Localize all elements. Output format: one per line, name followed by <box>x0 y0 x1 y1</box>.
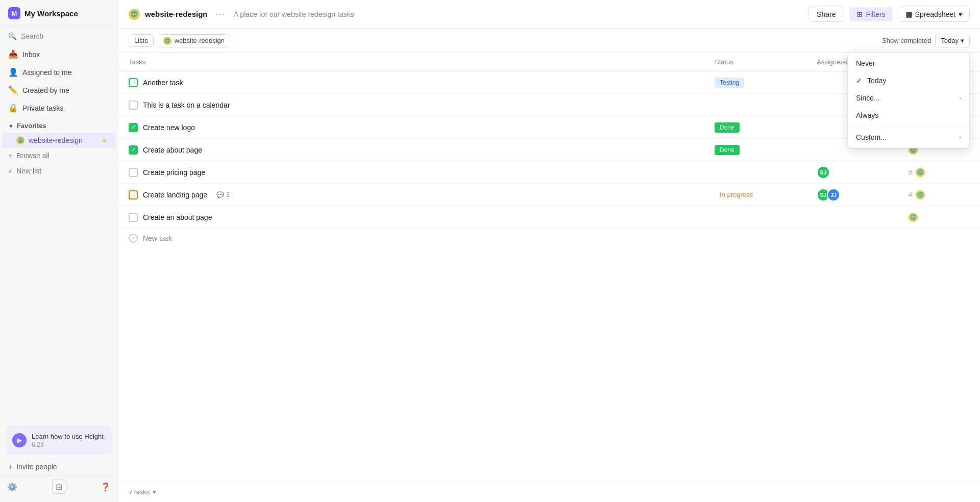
globe-icon-7: 🌐 <box>909 213 918 222</box>
invite-people-button[interactable]: + Invite people <box>0 459 118 475</box>
inbox-label: Inbox <box>22 51 40 59</box>
task-status-6: In progress <box>715 189 817 200</box>
workspace-name: My Workspace <box>24 9 78 18</box>
show-completed-area: Show completed Today ▾ Never ✓ Today <box>882 34 970 47</box>
header-project-icon: 🌐 <box>129 9 140 20</box>
task-checkbox-5[interactable] <box>129 168 138 177</box>
sidebar-item-assigned[interactable]: 👤 Assigned to me <box>0 63 118 81</box>
add-icon[interactable]: ⊞ <box>52 480 66 494</box>
sidebar-bottom: ▶ Learn how to use Height 6:23 + Invite … <box>0 418 118 502</box>
dropdown-item-never[interactable]: Never <box>848 55 969 72</box>
task-checkbox-7[interactable] <box>129 213 138 222</box>
private-label: Private tasks <box>22 104 63 112</box>
filters-button[interactable]: ⊞ Filters <box>849 7 892 21</box>
col-status: Status <box>715 58 817 66</box>
task-list-6: # 🌐 <box>909 190 970 199</box>
dropdown-item-today[interactable]: ✓ Today <box>848 72 969 89</box>
browse-all-label: Browse all <box>16 152 50 160</box>
lists-breadcrumb[interactable]: Lists <box>129 34 154 47</box>
learn-card[interactable]: ▶ Learn how to use Height 6:23 <box>6 426 112 455</box>
created-label: Created by me <box>22 86 69 94</box>
task-checkbox-6[interactable]: → <box>129 190 138 199</box>
invite-label: Invite people <box>16 463 57 471</box>
task-checkbox-3[interactable]: ✓ <box>129 123 138 132</box>
task-name-5: Create pricing page <box>143 168 205 177</box>
chevron-down-icon-today: ▾ <box>961 37 964 44</box>
learn-title: Learn how to use Height <box>32 432 104 441</box>
chevron-down-icon-footer: ▾ <box>153 488 156 496</box>
filters-label: Filters <box>866 10 885 18</box>
workspace-icon: M <box>8 7 20 19</box>
task-checkbox-4[interactable]: ✓ <box>129 145 138 155</box>
sidebar-footer: ⚙️ ⊞ ❓ <box>0 475 118 498</box>
task-checkbox-1[interactable]: → <box>129 78 138 87</box>
search-icon: 🔍 <box>8 32 17 40</box>
learn-text: Learn how to use Height 6:23 <box>32 432 104 448</box>
help-icon[interactable]: ❓ <box>101 482 111 492</box>
header-right: Share ⊞ Filters ▦ Spreadsheet ▾ <box>808 7 970 22</box>
comment-count-6: 3 <box>226 191 230 198</box>
workspace-header[interactable]: M My Workspace <box>0 0 118 27</box>
since-chevron-icon: › <box>959 94 961 102</box>
dropdown-item-always[interactable]: Always <box>848 107 969 124</box>
plus-icon: + <box>8 152 12 160</box>
sidebar-item-inbox[interactable]: 📥 Inbox <box>0 45 118 63</box>
sidebar-item-created[interactable]: ✏️ Created by me <box>0 81 118 99</box>
status-badge-inprogress: In progress <box>715 189 758 200</box>
spreadsheet-icon: ▦ <box>905 10 912 18</box>
task-name-3: Create new logo <box>143 123 195 132</box>
task-name-1: Another task <box>143 79 183 87</box>
project-description: A place for our website redesign tasks <box>234 10 354 18</box>
today-label: Today <box>941 37 959 44</box>
task-name-6: Create landing page <box>143 191 207 199</box>
task-assignees-6: SJ JJ <box>817 188 909 202</box>
favorites-section[interactable]: ▼ Favorites <box>0 117 118 133</box>
assigned-icon: 👤 <box>8 67 18 77</box>
show-completed-dropdown: Never ✓ Today Since... › <box>847 52 970 148</box>
status-badge-testing: Testing <box>715 78 744 88</box>
table-row[interactable]: Create an about page 🌐 <box>118 206 980 229</box>
task-name-4: Create about page <box>143 146 202 154</box>
settings-icon[interactable]: ⚙️ <box>7 482 17 492</box>
browse-all-button[interactable]: + Browse all <box>0 148 118 163</box>
main-content: 🌐 website-redesign ··· A place for our w… <box>118 0 980 502</box>
task-count-label: 7 tasks <box>129 488 150 496</box>
hash-icon-6: # <box>909 191 913 199</box>
sidebar-item-private[interactable]: 🔒 Private tasks <box>0 99 118 117</box>
new-task-button[interactable]: + New task <box>118 229 980 248</box>
task-checkbox-2[interactable] <box>129 101 138 110</box>
today-dropdown-button[interactable]: Today ▾ <box>935 34 970 47</box>
task-comment-6: 💬 3 <box>216 191 230 198</box>
dropdown-item-custom[interactable]: Custom... › <box>848 129 969 146</box>
project-breadcrumb[interactable]: 🌐 website-redesign <box>158 34 230 47</box>
task-list-7: 🌐 <box>909 213 970 222</box>
spreadsheet-button[interactable]: ▦ Spreadsheet ▾ <box>898 7 970 22</box>
search-item[interactable]: 🔍 Search <box>0 27 118 45</box>
table-footer[interactable]: 7 tasks ▾ <box>118 482 980 502</box>
new-list-label: New list <box>16 167 41 175</box>
table-row[interactable]: Create pricing page SJ # 🌐 <box>118 161 980 184</box>
hash-icon-5: # <box>909 168 913 177</box>
since-label: Since... <box>856 94 880 102</box>
status-badge-done-4: Done <box>715 145 740 155</box>
globe-icon-6: 🌐 <box>916 190 925 199</box>
ellipsis-button[interactable]: ··· <box>213 9 229 20</box>
lock-icon: 🔒 <box>8 103 18 113</box>
chevron-down-icon: ▼ <box>8 123 14 129</box>
invite-icon: + <box>8 463 12 471</box>
share-button[interactable]: Share <box>808 7 844 22</box>
learn-time: 6:23 <box>32 441 104 448</box>
sidebar-item-website-redesign[interactable]: 🌐 website-redesign ★ <box>2 133 116 148</box>
task-status-4: Done <box>715 145 817 155</box>
task-status-3: Done <box>715 122 817 133</box>
spreadsheet-label: Spreadsheet <box>915 10 955 18</box>
table-row[interactable]: → Create landing page 💬 3 In progress SJ… <box>118 184 980 206</box>
dropdown-item-since[interactable]: Since... › <box>848 89 969 107</box>
always-label: Always <box>856 111 878 119</box>
breadcrumb-globe-icon: 🌐 <box>163 37 172 45</box>
never-label: Never <box>856 59 875 67</box>
task-name-2: This is a task on a calendar <box>143 101 230 109</box>
new-list-button[interactable]: + New list <box>0 163 118 179</box>
globe-icon-5: 🌐 <box>916 168 925 177</box>
comment-icon: 💬 <box>216 191 224 198</box>
